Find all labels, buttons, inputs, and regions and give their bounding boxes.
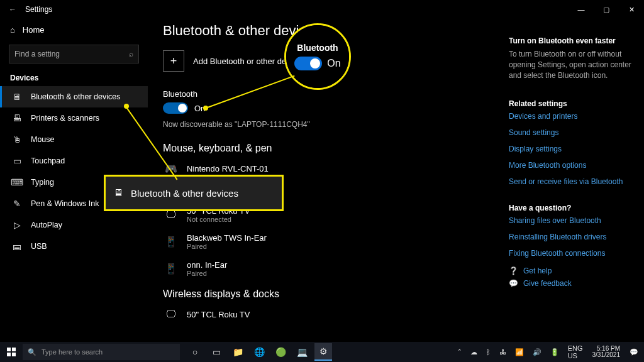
- tray-volume-icon[interactable]: 🔊: [531, 348, 543, 356]
- link-send-receive[interactable]: Send or receive files via Bluetooth: [509, 177, 638, 186]
- callout-bt-state: On: [327, 58, 340, 69]
- link-reinstall-drivers[interactable]: Reinstalling Bluetooth drivers: [509, 233, 638, 241]
- close-button[interactable]: ✕: [619, 0, 644, 19]
- device-name: Blackweb TWS In-Ear: [187, 233, 267, 243]
- callout-row-label: Bluetooth & other devices: [131, 188, 238, 199]
- mouse-icon: 🖱: [12, 134, 22, 145]
- search-input[interactable]: Find a setting ⌕: [9, 45, 139, 63]
- device-name: onn. In-Ear: [187, 260, 227, 270]
- file-explorer-icon[interactable]: 📁: [229, 343, 247, 361]
- autoplay-icon: ▷: [12, 220, 22, 230]
- svg-rect-3: [12, 353, 16, 356]
- back-button[interactable]: ←: [5, 5, 20, 14]
- device-row[interactable]: 📱 onn. In-Ear Paired: [163, 256, 502, 283]
- svg-rect-0: [7, 348, 11, 351]
- windows-icon: [7, 348, 16, 356]
- sidebar-item-label: Pen & Windows Ink: [31, 199, 99, 208]
- tray-chevron-icon[interactable]: ˄: [456, 348, 464, 356]
- sidebar-item-label: Printers & scanners: [31, 114, 99, 123]
- phone-icon: 📱: [163, 263, 179, 275]
- sidebar-item-label: Bluetooth & other devices: [31, 92, 120, 101]
- sidebar-item-label: Mouse: [31, 135, 55, 144]
- tray-onedrive-icon[interactable]: ☁: [469, 348, 479, 356]
- related-heading: Related settings: [509, 99, 638, 108]
- titlebar: ← Settings: [0, 0, 644, 19]
- help-label: Get help: [523, 266, 552, 275]
- lang-secondary: US: [568, 352, 577, 359]
- svg-rect-2: [7, 353, 11, 356]
- start-button[interactable]: [0, 348, 23, 356]
- devices-icon: 🖥: [12, 92, 22, 102]
- annotation-bluetooth-callout: Bluetooth On: [286, 25, 349, 88]
- action-center-icon[interactable]: 💬: [628, 348, 640, 356]
- bluetooth-toggle[interactable]: [163, 102, 188, 114]
- tray-bluetooth-icon[interactable]: ᛒ: [484, 348, 492, 356]
- plus-icon: +: [163, 50, 184, 72]
- app-icon[interactable]: 💻: [293, 343, 311, 361]
- get-help-link[interactable]: ❔ Get help: [509, 266, 638, 275]
- link-sharing-files[interactable]: Sharing files over Bluetooth: [509, 216, 638, 225]
- callout-bt-label: Bluetooth: [297, 43, 338, 53]
- search-placeholder: Find a setting: [14, 50, 60, 58]
- device-row[interactable]: 🖵 50" TCL Roku TV: [163, 305, 502, 326]
- cortana-icon[interactable]: ○: [186, 343, 204, 361]
- device-status: Not connected: [187, 216, 250, 223]
- home-link[interactable]: ⌂ Home: [0, 19, 148, 41]
- task-view-icon[interactable]: ▭: [208, 343, 225, 361]
- section-mouse: Mouse, keyboard, & pen: [163, 143, 502, 154]
- annotation-row-callout: 🖥 Bluetooth & other devices: [106, 177, 282, 209]
- faster-text: To turn Bluetooth on or off without open…: [509, 49, 638, 80]
- device-status: Paired: [187, 243, 267, 250]
- sidebar-item-usb[interactable]: 🖴 USB: [0, 236, 148, 257]
- sidebar-item-label: Touchpad: [31, 156, 65, 165]
- callout-bt-toggle: [294, 57, 322, 70]
- link-more-bluetooth[interactable]: More Bluetooth options: [509, 161, 638, 170]
- sidebar-item-mouse[interactable]: 🖱 Mouse: [0, 129, 148, 150]
- tray-battery-icon[interactable]: 🔋: [548, 348, 561, 356]
- chrome-icon[interactable]: 🟢: [272, 343, 289, 361]
- svg-rect-1: [12, 348, 16, 351]
- faster-heading: Turn on Bluetooth even faster: [509, 36, 638, 45]
- sidebar-item-label: Typing: [31, 178, 54, 187]
- device-name: Nintendo RVL-CNT-01: [187, 164, 269, 173]
- help-icon: ❔: [509, 266, 518, 275]
- discoverable-text: Now discoverable as "LAPTOP-1111CQH4": [163, 120, 502, 129]
- gamepad-icon: 🎮: [163, 163, 179, 175]
- section-wireless: Wireless displays & docks: [163, 288, 502, 300]
- link-display-settings[interactable]: Display settings: [509, 145, 638, 153]
- edge-icon[interactable]: 🌐: [250, 343, 268, 361]
- link-sound-settings[interactable]: Sound settings: [509, 128, 638, 137]
- settings-taskbar-icon[interactable]: ⚙: [314, 343, 332, 361]
- home-label: Home: [23, 25, 45, 35]
- sidebar-item-printers[interactable]: 🖶 Printers & scanners: [0, 107, 148, 129]
- right-pane: Turn on Bluetooth even faster To turn Bl…: [509, 19, 644, 342]
- link-devices-printers[interactable]: Devices and printers: [509, 112, 638, 121]
- tray-clock[interactable]: 5:16 PM 3/31/2021: [590, 346, 623, 358]
- sidebar-item-label: AutoPlay: [31, 221, 62, 229]
- sidebar-item-touchpad[interactable]: ▭ Touchpad: [0, 150, 148, 172]
- tray-wifi-icon[interactable]: 📶: [513, 348, 526, 356]
- taskbar-search-placeholder: Type here to search: [42, 348, 103, 356]
- device-row[interactable]: 📱 Blackweb TWS In-Ear Paired: [163, 229, 502, 256]
- lang-primary: ENG: [568, 344, 583, 352]
- link-fixing-connections[interactable]: Fixing Bluetooth connections: [509, 249, 638, 258]
- keyboard-icon: ⌨: [12, 177, 22, 187]
- pen-icon: ✎: [12, 199, 22, 209]
- taskbar-search[interactable]: 🔍 Type here to search: [23, 344, 180, 360]
- sidebar-item-autoplay[interactable]: ▷ AutoPlay: [0, 214, 148, 236]
- sidebar-item-label: USB: [31, 242, 47, 251]
- sidebar-group: Devices: [0, 70, 148, 86]
- give-feedback-link[interactable]: 💬 Give feedback: [509, 279, 638, 288]
- window-controls: — ▢ ✕: [569, 0, 644, 19]
- maximize-button[interactable]: ▢: [594, 0, 619, 19]
- question-heading: Have a question?: [509, 204, 638, 212]
- app-title: Settings: [25, 5, 52, 14]
- tray-language[interactable]: ENG US: [566, 344, 585, 359]
- usb-icon: 🖴: [12, 241, 22, 251]
- printer-icon: 🖶: [12, 113, 22, 123]
- tray-network-icon[interactable]: 🖧: [497, 348, 508, 356]
- search-icon: ⌕: [129, 50, 133, 58]
- feedback-icon: 💬: [509, 279, 518, 288]
- minimize-button[interactable]: —: [569, 0, 594, 19]
- touchpad-icon: ▭: [12, 156, 22, 166]
